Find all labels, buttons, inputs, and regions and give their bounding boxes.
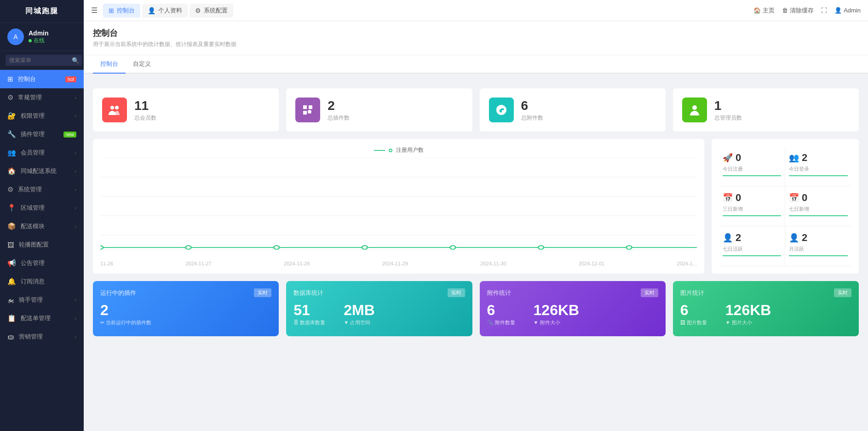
sidebar-item-plugin[interactable]: 🔧 插件管理 new xyxy=(0,125,84,144)
7day-active-label: 七日活跃 xyxy=(723,246,781,253)
calendar2-icon: 📅 xyxy=(789,193,799,203)
svg-point-1 xyxy=(115,106,119,109)
chart-legend: 注册用户数 xyxy=(100,146,697,154)
chart-legend-label: 注册用户数 xyxy=(396,146,424,154)
bottom-card-title: 附件统计 xyxy=(487,289,511,297)
system-icon: ⚙ xyxy=(7,185,13,194)
shipping-icon: 📦 xyxy=(7,222,16,230)
3day-label: 三日新增 xyxy=(723,206,781,213)
tab-sysconfig-label: 系统配置 xyxy=(204,6,228,15)
tab-sysconfig[interactable]: ⚙ 系统配置 xyxy=(190,4,233,17)
clear-label: 清除缓存 xyxy=(790,6,814,15)
realtime-badge: 实时 xyxy=(448,288,465,297)
month-active-label: 月活跃 xyxy=(789,246,848,253)
carousel-icon: 🖼 xyxy=(7,241,14,249)
user-name: Admin xyxy=(29,29,49,37)
sidebar-item-label: 订阅消息 xyxy=(21,277,76,286)
sidebar-item-system[interactable]: ⚙ 系统管理 › xyxy=(0,180,84,199)
xaxis-label: 2024-11-27 xyxy=(185,261,211,266)
sidebar-item-label: 权限管理 xyxy=(21,112,75,120)
user-menu-label: Admin xyxy=(844,7,861,14)
stat-number-members: 11 xyxy=(134,98,156,114)
user-menu[interactable]: 👤 Admin xyxy=(834,7,861,14)
right-stat-month-active: 👤 2 月活跃 xyxy=(785,226,851,266)
bottom-card-title: 图片统计 xyxy=(680,289,704,297)
chevron-right-icon: › xyxy=(75,297,76,303)
tab-profile[interactable]: 👤 个人资料 xyxy=(142,4,188,17)
rider-icon: 🏍 xyxy=(7,296,14,304)
sidebar-item-label: 同城配送系统 xyxy=(21,167,75,175)
bottom-card-title: 运行中的插件 xyxy=(100,289,136,297)
menu-toggle-button[interactable]: ☰ xyxy=(91,6,98,15)
sidebar-item-coupon[interactable]: 🎟 营销管理 › xyxy=(0,328,84,346)
right-stat-header: 👤 2 xyxy=(723,232,781,244)
permission-icon: 🔐 xyxy=(7,112,16,120)
stat-line xyxy=(723,175,781,176)
right-stat-7day-new: 📅 0 七日新增 xyxy=(785,186,851,226)
page-desc: 用于展示当前系统中的统计数据、统计报表及重要实时数据 xyxy=(93,40,859,48)
search-input[interactable] xyxy=(6,55,82,66)
sidebar-item-rider[interactable]: 🏍 骑手管理 › xyxy=(0,291,84,309)
badge-new: new xyxy=(63,132,76,138)
db-numbers: 51 🗄 数据库数量 2MB ▼ 占用空间 xyxy=(293,303,465,326)
svg-point-13 xyxy=(450,246,456,249)
sidebar-item-carousel[interactable]: 🖼 轮播图配置 xyxy=(0,236,84,254)
attachment-count-block: 6 📎 附件数量 xyxy=(487,303,515,326)
home-label: 主页 xyxy=(763,6,775,15)
bottom-row: 运行中的插件 实时 2 ✏ 当前运行中的插件数 数据库统计 实时 51 🗄 数 xyxy=(93,281,859,336)
sidebar-item-subscribe[interactable]: 🔔 订阅消息 xyxy=(0,272,84,291)
legend-line xyxy=(374,150,385,151)
delivery-icon: 🏠 xyxy=(7,167,16,175)
stat-card-attachments: 6 总附件数 xyxy=(480,88,666,132)
chevron-right-icon: › xyxy=(75,168,76,174)
attachment-count-label: 📎 附件数量 xyxy=(487,319,515,326)
sidebar-item-announce[interactable]: 📢 公告管理 xyxy=(0,254,84,272)
sidebar-item-member[interactable]: 👥 会员管理 › xyxy=(0,144,84,162)
sidebar-item-dashboard[interactable]: ⊞ 控制台 hot xyxy=(0,70,84,88)
fullscreen-button[interactable]: ⛶ xyxy=(821,7,827,14)
chart-card: 注册用户数 xyxy=(93,139,704,274)
bottom-card-header: 附件统计 实时 xyxy=(487,288,658,297)
image-count-num: 6 xyxy=(680,303,707,317)
stat-number-admins: 1 xyxy=(714,98,742,114)
announce-icon: 📢 xyxy=(7,259,16,267)
realtime-badge: 实时 xyxy=(254,288,271,297)
page-tab-custom[interactable]: 自定义 xyxy=(126,55,158,74)
sidebar-item-order[interactable]: 📋 配送单管理 › xyxy=(0,309,84,328)
sidebar-item-region[interactable]: 📍 区域管理 › xyxy=(0,199,84,217)
tab-dashboard-label: 控制台 xyxy=(117,6,135,15)
sidebar-item-label: 骑手管理 xyxy=(19,296,75,304)
user-status: 在线 xyxy=(29,37,49,45)
profile-tab-icon: 👤 xyxy=(148,7,155,14)
attachment-size-block: 126KB ▼ 附件大小 xyxy=(534,303,580,326)
user-active-icon: 👤 xyxy=(723,233,733,243)
chevron-right-icon: › xyxy=(75,224,76,229)
normal-icon: ⚙ xyxy=(7,93,13,102)
right-stats-panel: 🚀 0 今日注册 👥 2 今日登录 xyxy=(712,139,859,274)
clear-icon: 🗑 xyxy=(782,7,788,14)
3day-num: 0 xyxy=(736,192,741,204)
sidebar-item-label: 轮播图配置 xyxy=(19,241,76,249)
page-header: 控制台 用于展示当前系统中的统计数据、统计报表及重要实时数据 xyxy=(84,21,868,55)
sidebar-item-normal[interactable]: ⚙ 常规管理 › xyxy=(0,88,84,107)
right-stat-7day-active: 👤 2 七日活跃 xyxy=(719,226,785,266)
right-stat-3day: 📅 0 三日新增 xyxy=(719,186,785,226)
members-icon xyxy=(102,98,127,122)
clear-cache-button[interactable]: 🗑 清除缓存 xyxy=(782,6,814,15)
sidebar-item-delivery[interactable]: 🏠 同城配送系统 › xyxy=(0,162,84,180)
topnav: ☰ ⊞ 控制台 👤 个人资料 ⚙ 系统配置 🏠 主页 🗑 清除缓存 ⛶ xyxy=(84,0,868,21)
page-tab-dashboard[interactable]: 控制台 xyxy=(93,55,126,74)
sidebar-item-permission[interactable]: 🔐 权限管理 › xyxy=(0,107,84,125)
stat-card-plugins: 2 总插件数 xyxy=(286,88,472,132)
svg-point-15 xyxy=(627,246,632,249)
stat-info-admins: 1 总管理员数 xyxy=(714,98,742,122)
tab-dashboard[interactable]: ⊞ 控制台 xyxy=(103,4,140,17)
stat-info-members: 11 总会员数 xyxy=(134,98,156,122)
middle-section: 注册用户数 xyxy=(93,139,859,274)
home-link[interactable]: 🏠 主页 xyxy=(753,6,775,15)
sidebar-item-label: 公告管理 xyxy=(21,259,76,267)
sidebar-item-label: 配送单管理 xyxy=(21,314,75,322)
attachment-size-num: 126KB xyxy=(534,303,580,317)
sidebar-item-shipping[interactable]: 📦 配送模块 › xyxy=(0,217,84,236)
chevron-right-icon: › xyxy=(75,150,76,155)
